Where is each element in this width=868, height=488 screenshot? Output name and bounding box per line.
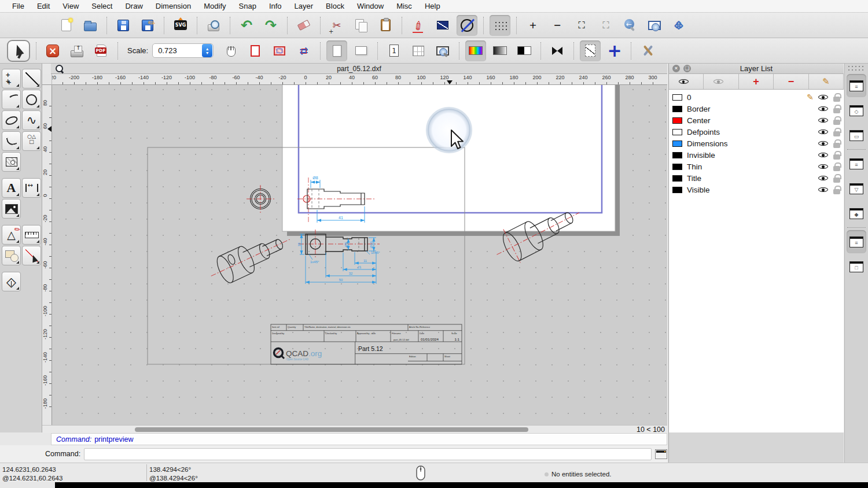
layer-visibility-icon[interactable] [818,128,828,136]
svg-export-button[interactable] [170,15,191,36]
layer-color-swatch[interactable] [672,164,682,170]
menu-snap[interactable]: Snap [233,0,263,13]
horizontal-scrollbar[interactable]: 10 < 100 [42,425,667,433]
portrait-button[interactable] [326,40,347,61]
line-tools-button[interactable] [22,69,41,88]
print-preview-button[interactable] [203,15,224,36]
menu-help[interactable]: Help [418,0,447,13]
spline-tools-button[interactable]: ∿ [22,110,41,130]
shape-tools-button[interactable]: ○△ □ [22,131,41,151]
menu-select[interactable]: Select [85,0,119,13]
measure-tools-button[interactable] [22,225,41,245]
view-list-dock-button[interactable]: ▭ [847,124,866,147]
layer-row-center[interactable]: Center [669,114,844,126]
layer-lock-icon[interactable] [833,166,840,171]
grid-toggle-button[interactable] [490,15,510,36]
close-print-preview-button[interactable] [42,40,63,61]
redo-button[interactable]: ↷ [260,15,281,36]
menu-edit[interactable]: Edit [31,0,56,13]
menu-file[interactable]: File [6,0,31,13]
command-input[interactable] [84,448,652,460]
draft-mode-button[interactable] [457,15,477,36]
layer-row-title[interactable]: Title [669,172,844,184]
multiple-pages-button[interactable] [408,40,429,61]
single-page-button[interactable] [384,40,404,61]
layer-color-swatch[interactable] [672,152,682,158]
drawing-canvas[interactable]: Ø8 41 [52,85,667,425]
new-file-button[interactable] [56,15,76,36]
erase-button[interactable] [293,15,314,36]
layer-lock-icon[interactable] [833,143,840,148]
arc-tools-button[interactable] [2,90,21,109]
zoom-to-page-button[interactable] [432,40,453,61]
command-window-toggle-icon[interactable] [655,449,667,459]
menu-draw[interactable]: Draw [119,0,149,13]
pdf-export-button[interactable] [91,40,112,61]
layer-color-swatch[interactable] [672,106,682,112]
paste-button[interactable] [375,15,396,36]
layer-visibility-icon[interactable] [818,186,828,194]
layer-color-swatch[interactable] [672,175,682,182]
zoom-out-button[interactable]: − [547,15,568,36]
layer-row-defpoints[interactable]: Defpoints [669,126,844,138]
save-button[interactable] [113,15,134,36]
remove-layer-button[interactable]: − [774,74,808,89]
layer-visibility-icon[interactable] [818,162,828,171]
undo-button[interactable]: ↶ [236,15,257,36]
layer-color-swatch[interactable] [672,94,682,101]
menu-window[interactable]: Window [351,0,390,13]
grayscale-button[interactable] [490,40,510,61]
drawing-preferences-button[interactable] [637,40,658,61]
selection-filter-dock-button[interactable]: ▽ [847,177,866,200]
layer-lock-icon[interactable] [833,178,840,183]
solid-tools-button[interactable]: ◇ [2,272,21,291]
hairline-mode-button[interactable] [580,40,601,61]
edit-layer-button[interactable]: ✎ [809,74,844,89]
cut-button[interactable]: ✂ [326,15,347,36]
menu-view[interactable]: View [56,0,85,13]
scale-stepper-icon[interactable]: ▲▼ [202,44,212,57]
layer-lock-icon[interactable] [833,154,840,160]
image-tools-button[interactable] [2,199,21,219]
paper-borders-button[interactable] [245,40,266,61]
hide-all-layers-button[interactable] [704,74,738,89]
scale-combobox[interactable]: 0.723▲▼ [152,43,214,58]
dock-drag-handle[interactable] [848,65,865,72]
layer-color-swatch[interactable] [672,187,682,193]
block-list-dock-button[interactable]: ◇ [847,99,866,122]
report-panel-dock-button[interactable]: □ [847,255,866,278]
print-button[interactable] [67,40,87,61]
menu-info[interactable]: Info [263,0,288,13]
layer-visibility-icon[interactable] [818,116,828,124]
show-all-layers-button[interactable] [669,74,704,89]
ellipse-tools-button[interactable] [2,110,21,130]
layer-color-swatch[interactable] [672,117,682,124]
pan-button[interactable] [668,15,689,36]
zoom-selection-button[interactable]: ⛶ [595,15,616,36]
black-white-button[interactable] [514,40,535,61]
layer-list-dock-button[interactable]: ≡ [847,74,866,97]
full-color-button[interactable] [465,40,486,61]
hatch-tools-button[interactable] [2,152,21,172]
layer-lock-icon[interactable] [833,131,840,136]
menu-block[interactable]: Block [319,0,351,13]
modify-tools-button[interactable]: △ [2,225,21,245]
menu-misc[interactable]: Misc [390,0,418,13]
select-tools-button[interactable] [22,246,41,265]
previous-view-button[interactable] [620,15,641,36]
scrollbar-thumb[interactable] [135,427,528,432]
layer-row-border[interactable]: Border [669,103,844,114]
show-crosshair-button[interactable]: + [604,40,625,61]
block-tools-button[interactable] [2,246,21,265]
circle-tools-button[interactable] [22,90,41,109]
menu-modify[interactable]: Modify [197,0,232,13]
pan-paper-button[interactable] [220,40,241,61]
layer-visibility-icon[interactable] [818,139,828,147]
library-browser-dock-button[interactable]: ◆ [847,202,866,225]
auto-zoom-button[interactable]: ⛶ [571,15,592,36]
draw-edit-button[interactable] [408,15,429,36]
layer-color-swatch[interactable] [672,129,682,135]
add-layer-button[interactable]: + [739,74,774,89]
layer-visibility-icon[interactable] [818,105,828,113]
lineweight-button[interactable] [547,40,568,61]
